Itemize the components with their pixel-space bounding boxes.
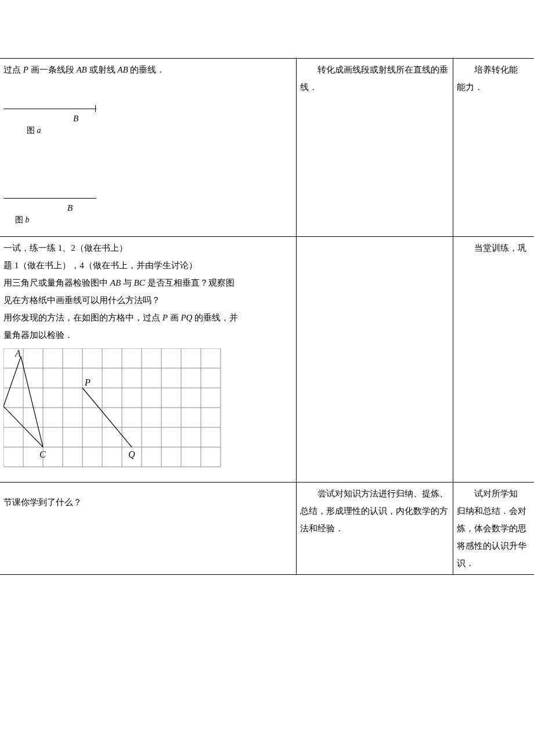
exercise-text: 用三角尺或量角器检验图中 AB 与 BC 是否互相垂直？观察图 [3, 274, 293, 291]
document-page: 过点 P 画一条线段 AB 或射线 AB 的垂线． B 图 a B 图 b 转化… [0, 0, 534, 575]
var-AB: AB [117, 65, 128, 74]
exercise-text: 一试，练一练 1、2（做在书上） [3, 239, 293, 257]
cell-activity: 一试，练一练 1、2（做在书上） 题 1（做在书上），4（做在书上，并由学生讨论… [0, 237, 296, 483]
design-intent-text: 识． [457, 555, 531, 572]
exercise-text: 量角器加以检验． [3, 326, 293, 344]
label-B: B [67, 199, 73, 217]
cell-student: 转化成画线段或射线所在直线的垂线． [296, 59, 453, 237]
exercise-text: 用你发现的方法，在如图的方格中，过点 P 画 PQ 的垂线，并 [3, 309, 293, 326]
var-AB: AB [76, 65, 86, 74]
var-b: b [26, 215, 30, 224]
figure-caption: 图 a [27, 123, 293, 139]
svg-line-19 [3, 357, 21, 406]
var-BC: BC [134, 278, 145, 287]
text: 图 [15, 215, 26, 224]
spacer [3, 485, 293, 494]
text: 画 [168, 313, 181, 322]
ray-diagram: B [3, 191, 108, 208]
text: 过点 [3, 65, 23, 74]
cell-intent: 培养转化能 能力． [453, 59, 534, 237]
text: 或射线 [87, 65, 118, 74]
cell-student: 尝试对知识方法进行归纳、提炼、总结，形成理性的认识，内化数学的方法和经验． [296, 483, 453, 575]
exercise-text: 题 1（做在书上），4（做在书上，并由学生讨论） [3, 257, 293, 274]
label-A: A [15, 348, 21, 358]
design-intent-text: 培养转化能 [457, 61, 531, 78]
grid-figure: A P C Q [3, 348, 293, 476]
cell-intent: 试对所学知 归纳和总结．会对 炼，体会数学的思 将感性的认识升华 识． [453, 483, 534, 575]
text: 用三角尺或量角器检验图中 [3, 278, 110, 287]
label-Q: Q [128, 449, 135, 459]
student-activity-text: 转化成画线段或射线所在直线的垂线． [300, 61, 449, 96]
var-AB: AB [110, 278, 121, 287]
label-C: C [39, 449, 46, 459]
segment-diagram: B [3, 102, 108, 119]
instruction-text: 过点 P 画一条线段 AB 或射线 AB 的垂线． [3, 61, 293, 78]
var-PQ: PQ [181, 313, 192, 322]
grid-svg: A P C Q [3, 348, 224, 470]
cell-activity: 节课你学到了什么？ [0, 483, 296, 575]
figure-b: B 图 b [3, 191, 293, 228]
exercise-text: 见在方格纸中画垂线可以用什么方法吗？ [3, 291, 293, 309]
table-row: 节课你学到了什么？ 尝试对知识方法进行归纳、提炼、总结，形成理性的认识，内化数学… [0, 483, 534, 575]
line-pq [82, 388, 132, 447]
var-P: P [163, 313, 168, 322]
text: 的垂线，并 [192, 313, 238, 322]
cell-intent: 当堂训练，巩 [453, 237, 534, 483]
svg-line-20 [21, 357, 43, 447]
table-row: 一试，练一练 1、2（做在书上） 题 1（做在书上），4（做在书上，并由学生讨论… [0, 237, 534, 483]
design-intent-text: 归纳和总结．会对 [457, 502, 531, 520]
cell-activity: 过点 P 画一条线段 AB 或射线 AB 的垂线． B 图 a B 图 b [0, 59, 296, 237]
design-intent-text: 将感性的认识升华 [457, 537, 531, 555]
var-P: P [23, 65, 28, 74]
ray-line [3, 198, 96, 199]
text: 是否互相垂直？观察图 [145, 278, 234, 287]
student-activity-text: 尝试对知识方法进行归纳、提炼、总结，形成理性的认识，内化数学的方法和经验． [300, 485, 449, 537]
label-B: B [73, 110, 78, 127]
design-intent-text: 试对所学知 [457, 485, 531, 502]
figure-a: B 图 a [3, 102, 293, 139]
label-P: P [84, 377, 91, 387]
text: 画一条线段 [28, 65, 77, 74]
text: 用你发现的方法，在如图的方格中，过点 [3, 313, 163, 322]
figure-caption: 图 b [15, 212, 293, 228]
table-row: 过点 P 画一条线段 AB 或射线 AB 的垂线． B 图 a B 图 b 转化… [0, 59, 534, 237]
text: 与 [121, 278, 134, 287]
var-a: a [37, 126, 41, 135]
cell-student [296, 237, 453, 483]
text: 的垂线． [128, 65, 165, 74]
grid-lines [3, 348, 221, 467]
design-intent-text: 炼，体会数学的思 [457, 520, 531, 537]
lesson-plan-table: 过点 P 画一条线段 AB 或射线 AB 的垂线． B 图 a B 图 b 转化… [0, 58, 534, 575]
line-segment [3, 109, 96, 109]
text: 图 [27, 126, 37, 135]
spacer [3, 511, 293, 537]
design-intent-text: 当堂训练，巩 [457, 239, 531, 257]
endpoint-tick [95, 105, 96, 112]
summary-question: 节课你学到了什么？ [3, 494, 293, 511]
design-intent-text: 能力． [457, 78, 531, 96]
